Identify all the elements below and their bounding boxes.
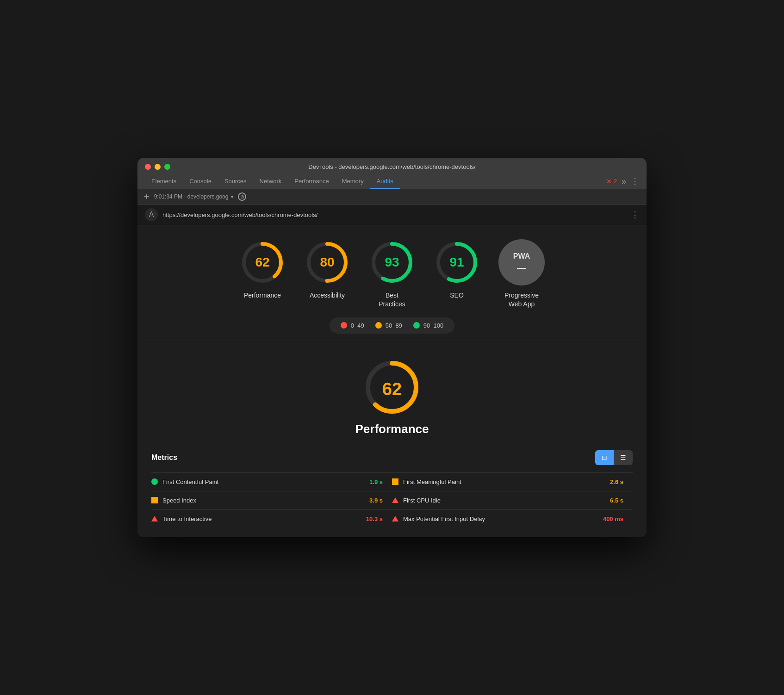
tab-dropdown-icon[interactable]: ▾	[231, 194, 233, 199]
no-throttle-icon: ⊘	[238, 192, 246, 201]
score-label-seo: SEO	[450, 291, 464, 299]
metrics-section: Metrics ⊟ ☰ First Contentful Paint	[147, 450, 637, 528]
maximize-button[interactable]	[164, 164, 170, 170]
metric-value-tti: 10.3 s	[366, 515, 392, 522]
metric-value-fci: 6.5 s	[610, 497, 633, 504]
metric-cell-fmp: First Meaningful Paint 2.6 s	[392, 473, 633, 491]
metric-name-tti: Time to Interactive	[162, 515, 361, 522]
divider	[137, 343, 647, 343]
tab-info: 9:01:34 PM - developers.goog ▾	[154, 193, 234, 200]
gauge-accessibility: 80	[304, 239, 350, 285]
legend-label-1: 50–89	[386, 322, 402, 329]
score-item-performance: 62 Performance	[239, 239, 286, 299]
tab-elements[interactable]: Elements	[145, 174, 183, 189]
tab-network[interactable]: Network	[253, 174, 288, 189]
pwa-text: PWA	[513, 252, 530, 261]
devtools-menu-button[interactable]: ⋮	[631, 176, 639, 186]
tab-performance[interactable]: Performance	[288, 174, 335, 189]
score-item-accessibility: 80 Accessibility	[304, 239, 350, 299]
metrics-row-2: Time to Interactive 10.3 s Max Potential…	[151, 509, 633, 528]
view-toggle: ⊟ ☰	[595, 450, 633, 465]
url-more-button[interactable]: ⋮	[631, 210, 639, 220]
legend-item-2: 90–100	[413, 322, 443, 329]
list-icon: ☰	[620, 454, 626, 461]
gauge-value-best-practices: 93	[385, 255, 399, 270]
indicator-si	[151, 497, 158, 503]
window-title: DevTools - developers.google.com/web/too…	[308, 163, 475, 170]
devtools-tabs: Elements Console Sources Network Perform…	[145, 174, 639, 189]
legend-dot-red	[341, 322, 347, 329]
big-score-label: Performance	[355, 422, 429, 436]
legend-inner: 0–49 50–89 90–100	[330, 317, 454, 334]
url-text[interactable]: https://developers.google.com/web/tools/…	[162, 211, 631, 218]
gauge-value-performance: 62	[255, 255, 269, 270]
gauge-seo: 91	[434, 239, 480, 285]
tab-label: 9:01:34 PM - developers.goog	[154, 193, 229, 200]
big-gauge-value: 62	[382, 379, 402, 399]
more-tabs-button[interactable]: »	[622, 177, 626, 186]
lighthouse-icon: A	[145, 208, 158, 221]
metrics-table: First Contentful Paint 1.9 s First Meani…	[151, 472, 633, 528]
tab-audits[interactable]: Audits	[370, 174, 400, 189]
address-bar-row: + 9:01:34 PM - developers.goog ▾ ⊘	[137, 189, 647, 205]
metrics-row-1: Speed Index 3.9 s First CPU Idle 6.5 s	[151, 491, 633, 509]
devtools-tab-right: ✕ 2 » ⋮	[606, 176, 639, 189]
metric-cell-fci: First CPU Idle 6.5 s	[392, 491, 633, 509]
minimize-button[interactable]	[155, 164, 161, 170]
metric-name-fcp: First Contentful Paint	[162, 478, 365, 485]
lighthouse-icon-text: A	[149, 211, 154, 219]
gauge-value-seo: 91	[449, 255, 464, 270]
legend-item-1: 50–89	[375, 322, 402, 329]
tab-memory[interactable]: Memory	[336, 174, 370, 189]
toggle-list-button[interactable]: ☰	[614, 450, 633, 465]
indicator-fcp	[151, 478, 158, 485]
indicator-tti	[151, 516, 158, 521]
score-label-accessibility: Accessibility	[310, 291, 345, 299]
pwa-circle: PWA —	[498, 239, 545, 285]
close-button[interactable]	[145, 164, 151, 170]
big-gauge: 62	[362, 357, 422, 417]
metric-name-mpfid: Max Potential First Input Delay	[403, 515, 598, 522]
scores-row: 62 Performance 80 Accessibility 93	[147, 239, 637, 308]
score-item-best-practices: 93 BestPractices	[369, 239, 415, 308]
legend: 0–49 50–89 90–100	[147, 317, 637, 334]
legend-label-2: 90–100	[423, 322, 443, 329]
indicator-mpfid	[392, 516, 398, 521]
metric-cell-fcp: First Contentful Paint 1.9 s	[151, 473, 392, 491]
toggle-grid-button[interactable]: ⊟	[595, 450, 614, 465]
main-content: 62 Performance 80 Accessibility 93	[137, 225, 647, 537]
metric-name-fmp: First Meaningful Paint	[403, 478, 605, 485]
metrics-header: Metrics ⊟ ☰	[151, 450, 633, 465]
gauge-best-practices: 93	[369, 239, 415, 285]
new-tab-button[interactable]: +	[144, 192, 149, 201]
metrics-row-0: First Contentful Paint 1.9 s First Meani…	[151, 472, 633, 491]
window-controls	[145, 164, 170, 170]
score-item-pwa: PWA — ProgressiveWeb App	[498, 239, 545, 308]
metrics-title: Metrics	[151, 453, 177, 462]
grid-icon: ⊟	[602, 454, 607, 461]
error-x-icon: ✕	[606, 178, 612, 185]
browser-window: DevTools - developers.google.com/web/too…	[137, 158, 647, 537]
tab-sources[interactable]: Sources	[218, 174, 253, 189]
legend-dot-orange	[375, 322, 382, 329]
legend-item-0: 0–49	[341, 322, 364, 329]
gauge-value-accessibility: 80	[320, 255, 334, 270]
score-label-best-practices: BestPractices	[379, 291, 405, 308]
metric-cell-si: Speed Index 3.9 s	[151, 491, 392, 509]
metric-value-si: 3.9 s	[369, 497, 392, 504]
title-bar: DevTools - developers.google.com/web/too…	[137, 158, 647, 189]
gauge-performance: 62	[239, 239, 286, 285]
metric-value-mpfid: 400 ms	[603, 515, 633, 522]
metric-name-si: Speed Index	[162, 497, 365, 504]
score-label-performance: Performance	[244, 291, 281, 299]
url-bar-row: A https://developers.google.com/web/tool…	[137, 205, 647, 225]
error-count: 2	[614, 178, 617, 185]
pwa-dash: —	[517, 262, 526, 273]
tab-console[interactable]: Console	[183, 174, 218, 189]
indicator-fci	[392, 497, 398, 503]
score-item-seo: 91 SEO	[434, 239, 480, 299]
metric-value-fcp: 1.9 s	[369, 478, 392, 485]
error-badge[interactable]: ✕ 2	[606, 178, 617, 185]
metric-name-fci: First CPU Idle	[403, 497, 605, 504]
indicator-fmp	[392, 478, 398, 485]
